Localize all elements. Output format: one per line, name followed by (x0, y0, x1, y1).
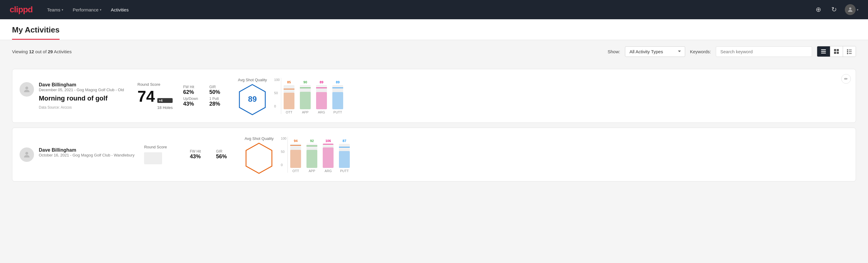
bar-arg-value: 106 (326, 139, 331, 143)
card-info: Dave Billingham October 16, 2021 - Gog M… (39, 147, 134, 160)
bar-arg-fill (316, 92, 327, 109)
svg-point-14 (25, 87, 28, 89)
round-score-value: 74 (137, 88, 155, 104)
round-score-section: Round Score (144, 145, 180, 164)
bar-putt-value: 87 (343, 139, 346, 143)
page-header: My Activities (0, 19, 868, 40)
y-label-0: 0 (281, 163, 286, 167)
user-menu-button[interactable]: ▾ (845, 4, 858, 15)
user-name: Dave Billingham (39, 147, 134, 153)
bar-ott-fill (284, 93, 294, 109)
svg-rect-2 (821, 51, 826, 52)
svg-rect-4 (834, 49, 836, 51)
bar-putt-fill (332, 92, 343, 109)
nav-activities[interactable]: Activities (111, 6, 129, 13)
bar-putt-fill (339, 151, 350, 168)
avg-shot-quality-label: Avg Shot Quality (245, 136, 274, 141)
one-putt-label: 1 Putt (209, 96, 228, 101)
svg-rect-11 (849, 52, 852, 52)
bar-app: 90 APP (300, 80, 311, 114)
activity-date: October 16, 2021 - Gog Magog Golf Club -… (39, 153, 134, 157)
y-label-100: 100 (281, 137, 286, 140)
bar-arg-tick (323, 144, 334, 144)
svg-rect-9 (849, 50, 852, 50)
bar-putt-wrapper (339, 144, 350, 168)
y-label-50: 50 (281, 150, 286, 153)
holes-count: 18 Holes (157, 105, 173, 110)
avatar (20, 82, 34, 96)
add-button[interactable]: ⊕ (813, 5, 823, 14)
bar-putt-label: PUTT (340, 169, 349, 173)
nav-teams-label: Teams (47, 7, 60, 12)
svg-point-0 (849, 7, 851, 10)
y-label-100: 100 (274, 78, 280, 82)
avatar (20, 147, 34, 162)
activity-name: Morning round of golf (39, 94, 124, 102)
refresh-button[interactable]: ↻ (829, 5, 839, 14)
y-axis: 100 50 0 (281, 137, 286, 167)
filter-bar: Viewing 12 out of 29 Activities Show: Al… (0, 40, 868, 63)
search-input[interactable] (716, 46, 812, 57)
shot-quality-section: Avg Shot Quality 89 100 50 0 (238, 78, 847, 114)
main-nav: clippd Teams ▾ Performance ▾ Activities … (0, 0, 868, 19)
bar-app-fill (300, 92, 311, 109)
bar-arg-tick (316, 88, 327, 88)
bar-putt-value: 89 (336, 80, 340, 84)
updown-label: Up/Down (183, 96, 202, 101)
bar-putt-wrapper (332, 85, 343, 109)
hexagon-container: Avg Shot Quality (245, 136, 274, 173)
updown-value: 43% (183, 101, 202, 107)
bar-arg-label: ARG (324, 169, 332, 173)
bar-ott-tick (284, 89, 294, 89)
bar-arg-wrapper (316, 85, 327, 109)
bar-app-wrapper (300, 85, 311, 109)
edit-button[interactable]: ✏ (841, 74, 851, 84)
gir-stat: GIR 50% (209, 85, 228, 95)
bar-arg-wrapper (323, 144, 334, 168)
nav-performance[interactable]: Performance ▾ (73, 6, 101, 13)
bar-app-tick (307, 146, 317, 146)
card-info: Dave Billingham December 05, 2021 - Gog … (39, 82, 124, 110)
fw-hit-stat: FW Hit 43% (190, 149, 209, 160)
stats-grid: FW Hit 62% GIR 50% Up/Down 43% 1 Putt 28… (183, 85, 228, 107)
activity-card: Dave Billingham October 16, 2021 - Gog M… (12, 127, 856, 181)
svg-rect-3 (821, 53, 826, 54)
nav-teams[interactable]: Teams ▾ (47, 6, 63, 13)
bar-app-wrapper (307, 144, 317, 168)
hexagon: 89 (239, 84, 266, 114)
bar-putt: 87 PUTT (339, 139, 350, 173)
svg-rect-10 (847, 51, 848, 52)
data-source: Data Source: Arccos (39, 105, 124, 110)
activity-card: ✏ Dave Billingham December 05, 2021 - Go… (12, 69, 856, 123)
svg-rect-7 (837, 52, 839, 54)
bar-ott-label: OTT (286, 111, 292, 114)
keywords-label: Keywords: (690, 49, 711, 54)
bar-app-tick (300, 88, 311, 88)
avg-shot-quality-label: Avg Shot Quality (238, 78, 267, 82)
y-label-0: 0 (274, 105, 280, 108)
round-score-row: 74 +4 18 Holes (137, 88, 174, 110)
list-view-button[interactable] (817, 46, 830, 57)
card-left: Dave Billingham December 05, 2021 - Gog … (20, 82, 128, 110)
nav-activities-label: Activities (111, 7, 129, 12)
gir-value: 50% (209, 89, 228, 95)
bar-ott-value: 94 (294, 139, 298, 143)
activity-type-select[interactable]: All Activity Types Round Practice Lesson (625, 46, 685, 57)
detail-view-button[interactable] (843, 46, 856, 57)
chevron-down-icon: ▾ (62, 8, 63, 11)
bar-ott-tick (290, 145, 301, 146)
bar-ott-wrapper (290, 144, 301, 168)
bar-arg-label: ARG (318, 111, 325, 114)
bar-app-value: 90 (304, 80, 307, 84)
one-putt-value: 28% (209, 101, 228, 107)
bar-app-fill (307, 150, 317, 168)
bar-chart-area: 100 50 0 94 OTT 92 (281, 137, 350, 173)
logo: clippd (10, 5, 32, 14)
grid-view-button[interactable] (830, 46, 843, 57)
svg-rect-8 (847, 49, 848, 51)
bar-app-label: APP (302, 111, 309, 114)
round-score-section: Round Score 74 +4 18 Holes (137, 82, 174, 110)
round-score-label: Round Score (137, 82, 174, 87)
avg-shot-quality-value: 89 (248, 94, 257, 104)
bar-arg: 106 ARG (323, 139, 334, 173)
